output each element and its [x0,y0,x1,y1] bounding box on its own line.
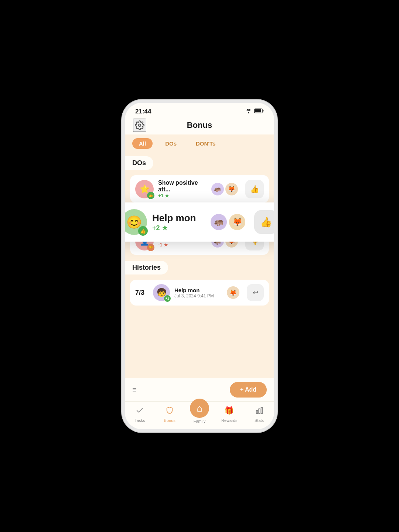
tab-family-label: Family [194,419,205,423]
floating-card-title: Help mon [152,212,205,224]
wifi-icon [245,108,252,115]
floating-mini-hippo: 🦛 [211,214,227,230]
thumb-down-badge: 👎 [147,244,154,251]
svg-rect-1 [255,109,261,113]
histories-section-header: Histories [125,261,168,274]
tab-bonus[interactable]: Bonus [158,404,181,423]
history-fox-avatar: 🦊 [227,286,239,299]
history-item: 7/3 🧒 +1 Help mon Jul 3, 2024 9:41 PM 🦊 … [130,280,269,306]
rewards-icon: 🎁 [223,404,236,417]
tab-rewards[interactable]: 🎁 Rewards [218,404,241,423]
battery-icon [254,108,264,115]
undo-button[interactable]: ↩ [247,284,264,301]
filter-dos-button[interactable]: DOs [158,138,183,149]
thumbup-action-button[interactable]: 👍 [245,180,264,198]
tab-stats-label: Stats [255,418,264,423]
status-icons [245,108,264,115]
tab-tasks[interactable]: Tasks [129,404,151,423]
history-info: Help mon Jul 3, 2024 9:41 PM [174,287,222,299]
floating-card-avatar: 😊 👍 [122,209,147,235]
page-header: Bonus [125,117,274,134]
history-time: Jul 3, 2024 9:41 PM [174,293,222,299]
svg-rect-4 [259,409,260,413]
tab-rewards-label: Rewards [221,418,237,423]
tasks-icon [133,404,146,417]
floating-thumbup-button[interactable]: 👍 [254,210,277,234]
filter-all-button[interactable]: All [132,138,153,149]
thumb-up-badge: 👍 [147,192,154,199]
bonus-icon [163,404,176,417]
item-avatars: 🦛 🦊 [211,183,238,195]
history-badge: +1 [164,295,171,302]
history-avatar: 🧒 +1 [153,284,170,301]
status-time: 21:44 [135,108,151,115]
sort-filter-icon[interactable]: ≡ [132,386,137,394]
history-child-avatar: 🦊 [227,286,239,299]
item-avatar-do: ⭐ 👍 [135,180,154,198]
item-points: +1 ★ [158,193,207,198]
tab-bar: Tasks Bonus ⌂ Family 🎁 Rewards [125,401,274,429]
add-button[interactable]: + Add [230,382,267,398]
floating-mini-fox: 🦊 [229,214,245,230]
floating-card-avatars: 🦛 🦊 [211,214,245,230]
item-points-dont: -1 ★ [158,242,207,248]
item-title: Show positive att... [158,180,207,193]
tab-family[interactable]: ⌂ Family [188,404,211,423]
floating-card-points: +2 ★ [152,224,205,232]
stats-icon [253,404,266,417]
dos-section-header: DOs [125,156,153,170]
svg-rect-5 [261,407,262,414]
filter-bar: All DOs DON'Ts [125,134,274,153]
history-title: Help mon [174,287,222,293]
bottom-actions: ≡ + Add [125,378,274,401]
floating-thumb-badge: 👍 [138,226,148,236]
status-bar: 21:44 [125,103,274,117]
tab-bonus-label: Bonus [164,418,175,423]
floating-card-info: Help mon +2 ★ [152,212,205,232]
svg-rect-3 [256,410,258,413]
mini-avatar-hippo: 🦛 [211,183,224,195]
page-title: Bonus [187,120,212,130]
mini-avatar-fox: 🦊 [225,183,238,195]
tab-stats[interactable]: Stats [248,404,270,423]
svg-point-2 [139,124,141,127]
settings-button[interactable] [133,119,146,132]
family-home-icon: ⌂ [190,399,209,418]
item-info: Show positive att... +1 ★ [158,180,207,198]
floating-card: 😊 👍 Help mon +2 ★ 🦛 🦊 👍 [122,202,277,242]
filter-donts-button[interactable]: DON'Ts [189,138,222,149]
tab-tasks-label: Tasks [134,418,145,423]
list-item: ⭐ 👍 Show positive att... +1 ★ 🦛 🦊 👍 [130,175,269,203]
history-date: 7/3 [135,289,149,297]
scroll-content: DOs ⭐ 👍 Show positive att... +1 ★ 🦛 🦊 👍 [125,153,274,378]
